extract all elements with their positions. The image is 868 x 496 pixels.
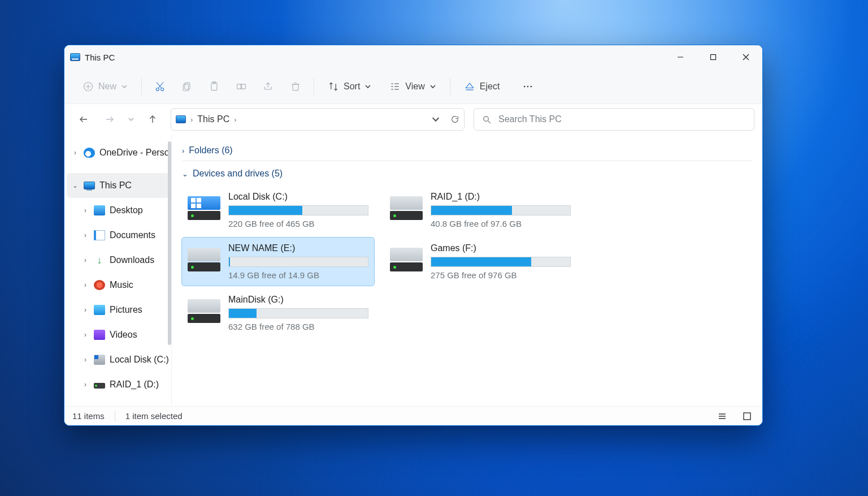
chevron-right-icon[interactable] (71, 149, 79, 157)
new-label: New (98, 81, 116, 92)
drive-item[interactable]: MainDisk (G:) 632 GB free of 788 GB (182, 289, 374, 337)
svg-point-8 (161, 88, 164, 90)
sidebar-item-label: OneDrive - Perso (99, 148, 170, 158)
sidebar-item-pictures[interactable]: Pictures (64, 297, 171, 322)
svg-point-32 (531, 85, 532, 87)
chevron-right-icon: › (234, 115, 236, 124)
minimize-button[interactable] (664, 45, 697, 69)
svg-point-36 (484, 116, 489, 121)
drive-name: Local Disk (C:) (228, 192, 368, 202)
drive-item[interactable]: RAID_1 (D:) 40.8 GB free of 97.6 GB (384, 186, 576, 234)
chevron-right-icon[interactable] (81, 206, 89, 214)
music-icon (94, 280, 105, 290)
drive-name: NEW NAME (E:) (228, 243, 368, 253)
refresh-icon[interactable] (450, 115, 459, 124)
section-folders[interactable]: Folders (6) (182, 141, 752, 159)
drive-icon (188, 196, 220, 220)
sidebar-item-label: Local Disk (C:) (110, 355, 169, 365)
section-drives[interactable]: Devices and drives (5) (182, 165, 752, 183)
chevron-right-icon (182, 146, 184, 155)
svg-rect-11 (185, 83, 190, 89)
explorer-window: This PC New (64, 45, 763, 426)
cloud-icon (84, 148, 95, 158)
status-item-count: 11 items (72, 411, 105, 421)
drive-icon (390, 248, 423, 271)
download-icon (94, 255, 105, 265)
sidebar-item-documents[interactable]: Documents (64, 223, 171, 248)
drive-capacity-bar (228, 257, 368, 267)
sidebar-item-label: Documents (110, 230, 155, 240)
close-button[interactable] (730, 45, 762, 69)
chevron-right-icon[interactable] (81, 256, 89, 264)
svg-rect-41 (744, 413, 750, 420)
drive-item[interactable]: NEW NAME (E:) 14.9 GB free of 14.9 GB (182, 238, 374, 286)
breadcrumb-root[interactable]: This PC (197, 114, 229, 124)
sort-button[interactable]: Sort (320, 75, 379, 98)
sidebar-item-label: Videos (110, 330, 137, 340)
details-view-button[interactable] (715, 410, 730, 422)
sidebar-item-label: Music (110, 280, 133, 290)
search-icon (482, 115, 492, 124)
chevron-right-icon[interactable] (81, 306, 89, 314)
sidebar-item-onedrive[interactable]: OneDrive - Perso (64, 140, 171, 165)
document-icon (94, 230, 105, 240)
chevron-right-icon[interactable] (81, 331, 89, 339)
drive-item[interactable]: Games (F:) 275 GB free of 976 GB (384, 238, 576, 286)
share-button[interactable] (256, 75, 281, 98)
videos-icon (94, 330, 105, 340)
forward-button[interactable] (98, 108, 121, 131)
tiles-view-button[interactable] (740, 410, 754, 422)
cut-button[interactable] (147, 75, 172, 98)
sidebar-item-label: Pictures (110, 305, 142, 315)
titlebar[interactable]: This PC (64, 45, 762, 69)
this-pc-icon (70, 53, 80, 61)
drive-item[interactable]: Local Disk (C:) 220 GB free of 465 GB (182, 186, 374, 234)
drive-icon (188, 248, 220, 271)
eject-label: Eject (480, 81, 500, 92)
sidebar-item-local-disk-c[interactable]: Local Disk (C:) (64, 347, 171, 372)
rename-button[interactable] (229, 75, 254, 98)
drive-capacity-bar (228, 308, 368, 318)
divider (182, 161, 752, 161)
history-button[interactable] (124, 108, 138, 131)
new-button[interactable]: New (75, 75, 136, 98)
sidebar-item-videos[interactable]: Videos (64, 322, 171, 347)
chevron-right-icon[interactable] (81, 381, 89, 389)
drive-grid: Local Disk (C:) 220 GB free of 465 GB RA… (182, 186, 752, 337)
chevron-down-icon[interactable] (71, 182, 79, 189)
chevron-down-icon[interactable] (431, 115, 440, 124)
maximize-button[interactable] (697, 45, 730, 69)
delete-button[interactable] (283, 75, 308, 98)
nav-row: › This PC › Search This PC (64, 104, 762, 135)
drive-free-text: 14.9 GB free of 14.9 GB (228, 270, 368, 280)
sidebar-scrollbar[interactable] (168, 141, 171, 345)
svg-rect-12 (183, 84, 188, 90)
sidebar-item-this-pc[interactable]: This PC (67, 173, 169, 198)
chevron-right-icon[interactable] (81, 281, 89, 289)
back-button[interactable] (72, 108, 95, 131)
up-button[interactable] (141, 108, 164, 131)
svg-point-7 (156, 88, 159, 90)
eject-button[interactable]: Eject (456, 75, 508, 98)
chevron-right-icon[interactable] (81, 356, 89, 364)
sidebar-item-raid-1-d[interactable]: RAID_1 (D:) (64, 372, 171, 397)
address-bar[interactable]: › This PC › (171, 108, 465, 131)
more-button[interactable] (515, 75, 540, 98)
monitor-icon (84, 182, 95, 189)
sidebar-item-downloads[interactable]: Downloads (64, 248, 171, 273)
sidebar-item-desktop[interactable]: Desktop (64, 198, 171, 223)
paste-button[interactable] (202, 75, 227, 98)
desktop-icon (94, 205, 105, 215)
sidebar: OneDrive - Perso This PC Desktop Documen… (64, 135, 172, 406)
view-button[interactable]: View (381, 75, 444, 98)
search-box[interactable]: Search This PC (474, 108, 754, 131)
drive-icon (390, 196, 423, 220)
pictures-icon (94, 305, 105, 315)
chevron-right-icon[interactable] (81, 231, 89, 239)
copy-button[interactable] (175, 75, 199, 98)
drive-free-text: 632 GB free of 788 GB (228, 322, 368, 331)
drive-capacity-bar (228, 205, 368, 215)
drive-capacity-bar (431, 257, 571, 267)
drive-free-text: 40.8 GB free of 97.6 GB (431, 219, 571, 228)
sidebar-item-music[interactable]: Music (64, 273, 171, 297)
